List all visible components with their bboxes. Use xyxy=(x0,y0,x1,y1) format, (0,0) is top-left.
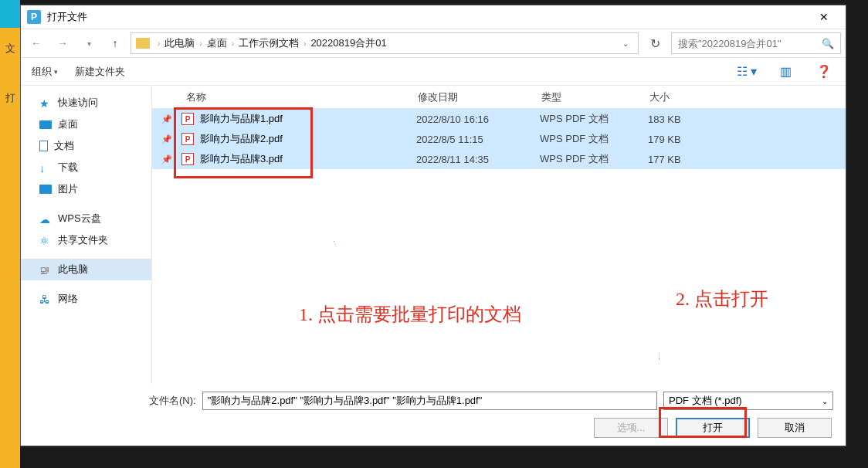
app-icon: P xyxy=(27,10,41,24)
file-row[interactable]: 📌 P 影响力与品牌2.pdf 2022/8/5 11:15 WPS PDF 文… xyxy=(152,129,846,149)
annotation-text: 2. 点击打开 xyxy=(676,287,768,311)
address-bar[interactable]: › 此电脑 › 桌面 › 工作示例文档 › 20220819合并01 ⌄ xyxy=(131,32,639,54)
view-mode-button[interactable]: ☷ ▾ xyxy=(736,64,758,79)
file-list: 📌 P 影响力与品牌1.pdf 2022/8/10 16:16 WPS PDF … xyxy=(152,109,846,169)
sidebar-item-documents[interactable]: 文档 xyxy=(21,135,151,157)
search-icon[interactable]: 🔍 xyxy=(822,38,834,49)
folder-icon xyxy=(136,38,150,49)
svg-line-0 xyxy=(334,242,336,247)
pin-icon: 📌 xyxy=(161,154,181,164)
col-date[interactable]: 修改日期 xyxy=(418,90,541,104)
column-headers[interactable]: 名称 修改日期 类型 大小 xyxy=(152,86,846,109)
network-icon: 🖧 xyxy=(39,293,52,304)
recent-dropdown[interactable]: ▾ xyxy=(78,32,100,54)
sidebar: ★ 快速访问 桌面 文档 ↓ 下载 图片 ☁ WPS云盘 xyxy=(21,86,152,384)
help-icon[interactable]: ❓ xyxy=(813,64,835,79)
file-list-area: 名称 修改日期 类型 大小 📌 P 影响力与品牌1.pdf 2022/8/10 … xyxy=(152,86,846,384)
filetype-select[interactable]: PDF 文档 (*.pdf) ⌄ xyxy=(663,392,833,410)
sidebar-item-pictures[interactable]: 图片 xyxy=(21,178,151,200)
filename-input[interactable] xyxy=(202,392,657,410)
file-row[interactable]: 📌 P 影响力与品牌3.pdf 2022/8/11 14:35 WPS PDF … xyxy=(152,149,846,169)
chevron-down-icon[interactable]: ⌄ xyxy=(622,39,629,48)
svg-marker-2 xyxy=(334,241,334,242)
svg-marker-1 xyxy=(334,241,334,242)
background-app-strip: 文 打 xyxy=(0,0,20,468)
pin-icon: 📌 xyxy=(161,134,181,144)
pdf-file-icon: P xyxy=(181,133,194,145)
breadcrumb[interactable]: 桌面 xyxy=(207,36,227,50)
sidebar-item-network[interactable]: 🖧 网络 xyxy=(21,288,151,310)
breadcrumb[interactable]: 工作示例文档 xyxy=(239,36,299,50)
back-button[interactable]: ← xyxy=(25,32,47,54)
star-icon: ★ xyxy=(39,97,52,108)
share-icon: ⚛ xyxy=(39,235,52,246)
pdf-file-icon: P xyxy=(181,113,194,125)
new-folder-button[interactable]: 新建文件夹 xyxy=(75,65,125,79)
breadcrumb[interactable]: 此电脑 xyxy=(164,36,195,50)
close-icon[interactable]: ✕ xyxy=(809,11,839,23)
document-icon xyxy=(39,141,48,151)
folder-icon xyxy=(39,120,52,129)
computer-icon: 🖳 xyxy=(39,264,52,275)
refresh-button[interactable]: ↻ xyxy=(643,36,666,51)
cancel-button[interactable]: 取消 xyxy=(758,418,832,438)
dialog-title: 打开文件 xyxy=(47,10,87,24)
col-type[interactable]: 类型 xyxy=(541,90,649,104)
pin-icon: 📌 xyxy=(161,114,181,124)
toolbar: 组织▾ 新建文件夹 ☷ ▾ ▥ ❓ xyxy=(21,58,846,86)
annotation-arrow xyxy=(658,310,660,384)
forward-button: → xyxy=(52,32,73,54)
sidebar-item-downloads[interactable]: ↓ 下载 xyxy=(21,157,151,178)
download-icon: ↓ xyxy=(39,162,52,173)
sidebar-item-thispc[interactable]: 🖳 此电脑 xyxy=(21,259,151,280)
navigation-bar: ← → ▾ ↑ › 此电脑 › 桌面 › 工作示例文档 › 20220819合并… xyxy=(21,29,846,58)
open-file-dialog: P 打开文件 ✕ ← → ▾ ↑ › 此电脑 › 桌面 › 工作示例文档 › 2… xyxy=(20,5,846,446)
dialog-footer: 文件名(N): PDF 文档 (*.pdf) ⌄ 选项... 打开 取消 xyxy=(21,384,846,446)
cloud-icon: ☁ xyxy=(39,213,52,224)
sidebar-item-wps-cloud[interactable]: ☁ WPS云盘 xyxy=(21,208,151,229)
sidebar-item-shared[interactable]: ⚛ 共享文件夹 xyxy=(21,229,151,251)
organize-menu[interactable]: 组织▾ xyxy=(32,65,58,79)
annotation-arrow xyxy=(334,186,336,302)
sidebar-item-desktop[interactable]: 桌面 xyxy=(21,114,151,135)
up-button[interactable]: ↑ xyxy=(104,32,126,54)
titlebar: P 打开文件 ✕ xyxy=(21,5,846,29)
breadcrumb[interactable]: 20220819合并01 xyxy=(310,36,386,50)
filename-label: 文件名(N): xyxy=(149,394,196,408)
image-icon xyxy=(39,185,52,194)
preview-pane-button[interactable]: ▥ xyxy=(775,64,796,79)
svg-marker-4 xyxy=(659,358,660,359)
search-box[interactable]: 🔍 xyxy=(671,32,841,54)
file-row[interactable]: 📌 P 影响力与品牌1.pdf 2022/8/10 16:16 WPS PDF … xyxy=(152,109,846,129)
chevron-down-icon: ⌄ xyxy=(822,397,828,405)
open-button[interactable]: 打开 xyxy=(676,418,750,438)
col-name[interactable]: 名称 xyxy=(186,90,418,104)
col-size[interactable]: 大小 xyxy=(649,90,719,104)
sidebar-item-quick-access[interactable]: ★ 快速访问 xyxy=(21,92,151,114)
search-input[interactable] xyxy=(678,38,822,49)
options-button[interactable]: 选项... xyxy=(594,418,668,438)
annotation-text: 1. 点击需要批量打印的文档 xyxy=(299,302,521,327)
pdf-file-icon: P xyxy=(181,153,194,165)
